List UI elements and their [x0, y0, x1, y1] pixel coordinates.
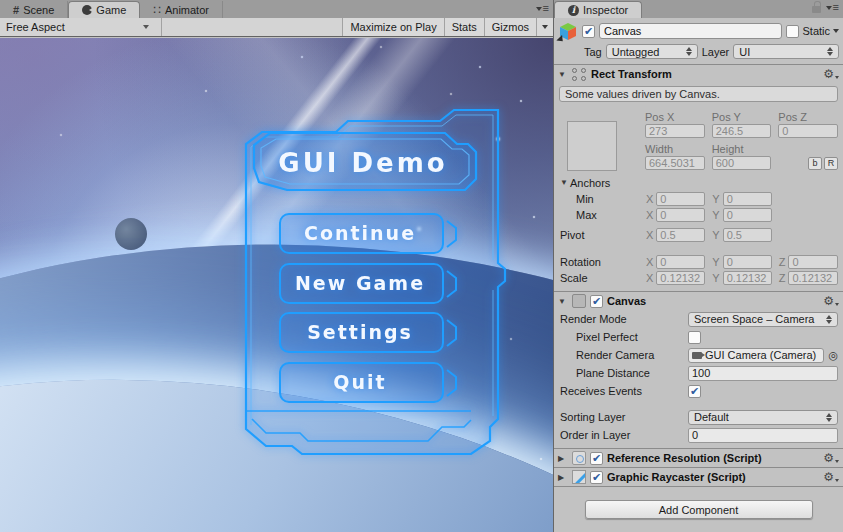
anchors-max-row: Max X0 Y0 — [554, 207, 843, 222]
scale-label: Scale — [560, 272, 646, 284]
rect-transform-icon — [572, 67, 587, 82]
game-toolbar: Free Aspect Maximize on Play Stats Gizmo… — [0, 18, 553, 37]
graphic-raycaster-checkbox[interactable]: ✔ — [590, 471, 603, 484]
anchors-foldout-row[interactable]: ▼ Anchors — [554, 175, 843, 190]
rect-transform-title: Rect Transform — [591, 68, 672, 80]
static-dropdown-icon[interactable] — [833, 29, 839, 33]
graphic-raycaster-title: Graphic Raycaster (Script) — [607, 471, 746, 483]
active-checkbox[interactable]: ✔ — [582, 25, 595, 38]
sorting-layer-dropdown[interactable]: Default — [688, 410, 838, 425]
object-picker-icon[interactable]: ◎ — [828, 349, 838, 362]
anchors-label: Anchors — [570, 177, 610, 189]
blueprint-mode-button[interactable]: b — [808, 157, 822, 170]
reference-resolution-checkbox[interactable]: ✔ — [590, 452, 603, 465]
popup-arrows-icon — [826, 315, 833, 324]
tab-scene[interactable]: # Scene — [0, 1, 68, 18]
layer-dropdown[interactable]: UI — [733, 44, 839, 59]
pos-x-field[interactable]: 273 — [645, 124, 705, 138]
scale-z-field[interactable]: 0.12132 — [788, 271, 838, 285]
gizmos-dropdown-arrow[interactable] — [536, 18, 553, 36]
scale-x-field[interactable]: 0.12132 — [656, 271, 705, 285]
tab-animator-label: Animator — [165, 4, 209, 16]
render-camera-object-field[interactable]: GUI Camera (Camera) — [688, 348, 824, 363]
canvas-component-header[interactable]: ▼ ✔ Canvas ⚙ — [554, 292, 843, 310]
pos-z-field[interactable]: 0 — [778, 124, 838, 138]
menu-button-new-game[interactable]: New Game — [280, 264, 456, 303]
gear-menu[interactable]: ⚙ — [823, 470, 839, 484]
tab-animator[interactable]: ∷ Animator — [140, 1, 223, 18]
height-label: Height — [712, 143, 772, 155]
game-panel-menu-icon[interactable]: ≡ — [536, 4, 549, 13]
menu-button-continue[interactable]: Continue — [280, 214, 456, 253]
pivot-y-field[interactable]: 0.5 — [723, 228, 772, 242]
tab-game[interactable]: Game — [68, 1, 140, 18]
svg-text:Settings: Settings — [307, 321, 413, 343]
rotation-label: Rotation — [560, 256, 646, 268]
foldout-icon: ▼ — [560, 178, 570, 187]
min-y-field[interactable]: 0 — [723, 192, 772, 206]
max-x-field[interactable]: 0 — [656, 208, 705, 222]
maximize-on-play-button[interactable]: Maximize on Play — [342, 18, 443, 36]
sorting-layer-row: Sorting Layer Default — [554, 408, 843, 426]
dropdown-icon — [826, 6, 832, 10]
pos-z-label: Pos Z — [778, 111, 838, 123]
width-field[interactable]: 664.5031 — [645, 156, 705, 170]
tab-inspector[interactable]: i Inspector — [554, 1, 642, 18]
gear-menu[interactable]: ⚙ — [823, 67, 839, 81]
tag-dropdown[interactable]: Untagged — [606, 44, 698, 59]
pos-y-field[interactable]: 246.5 — [712, 124, 772, 138]
gear-arrow-icon — [835, 303, 839, 306]
canvas-enabled-checkbox[interactable]: ✔ — [590, 295, 603, 308]
pixel-perfect-label: Pixel Perfect — [560, 331, 688, 343]
svg-text:Quit: Quit — [333, 371, 386, 393]
rotation-z-field[interactable]: 0 — [788, 255, 838, 269]
stats-button[interactable]: Stats — [444, 18, 484, 36]
rotation-y-field[interactable]: 0 — [723, 255, 772, 269]
chevron-down-icon — [143, 25, 149, 29]
tab-inspector-label: Inspector — [583, 4, 628, 16]
anchor-preview-box[interactable] — [567, 121, 617, 171]
render-camera-row: Render Camera GUI Camera (Camera) ◎ — [554, 346, 843, 364]
order-in-layer-field[interactable]: 0 — [688, 428, 838, 443]
stats-label: Stats — [452, 21, 477, 33]
gear-menu[interactable]: ⚙ — [823, 294, 839, 308]
reference-resolution-header[interactable]: ▶ ✔ Reference Resolution (Script) ⚙ — [554, 449, 843, 467]
static-checkbox[interactable]: ✔ — [786, 25, 799, 38]
tag-label: Tag — [584, 46, 602, 58]
sorting-layer-label: Sorting Layer — [560, 411, 688, 423]
min-x-field[interactable]: 0 — [656, 192, 705, 206]
gameobject-header: ✔ ✔ Static Tag Untagged Layer UI — [554, 18, 843, 64]
height-field[interactable]: 600 — [712, 156, 772, 170]
gear-menu[interactable]: ⚙ — [823, 451, 839, 465]
aspect-dropdown[interactable]: Free Aspect — [0, 18, 162, 36]
pixel-perfect-checkbox[interactable]: ✔ — [688, 331, 701, 344]
lock-icon[interactable] — [812, 6, 821, 13]
foldout-icon[interactable]: ▶ — [558, 454, 568, 463]
gameobject-cube-icon[interactable] — [558, 21, 578, 41]
add-component-button[interactable]: Add Component — [585, 500, 813, 519]
width-label: Width — [645, 143, 705, 155]
graphic-raycaster-icon — [572, 470, 586, 484]
render-mode-dropdown[interactable]: Screen Space – Camera — [688, 312, 838, 327]
reference-resolution-title: Reference Resolution (Script) — [607, 452, 762, 464]
name-field[interactable] — [599, 23, 782, 39]
raw-edit-mode-button[interactable]: R — [824, 157, 838, 170]
gizmos-button[interactable]: Gizmos — [484, 18, 536, 36]
receives-events-checkbox[interactable]: ✔ — [688, 385, 701, 398]
plane-distance-field[interactable]: 100 — [688, 366, 838, 381]
rect-transform-header[interactable]: ▼ Rect Transform ⚙ — [554, 65, 843, 83]
menu-button-quit[interactable]: Quit — [280, 363, 456, 402]
scale-y-field[interactable]: 0.12132 — [723, 271, 772, 285]
pivot-x-field[interactable]: 0.5 — [656, 228, 705, 242]
foldout-icon[interactable]: ▶ — [558, 473, 568, 482]
foldout-icon[interactable]: ▼ — [558, 297, 568, 306]
max-y-field[interactable]: 0 — [723, 208, 772, 222]
order-in-layer-row: Order in Layer 0 — [554, 426, 843, 444]
menu-button-settings[interactable]: Settings — [280, 313, 456, 352]
graphic-raycaster-header[interactable]: ▶ ✔ Graphic Raycaster (Script) ⚙ — [554, 468, 843, 486]
rotation-x-field[interactable]: 0 — [656, 255, 705, 269]
toolbar-spacer — [162, 18, 342, 36]
game-panel: # Scene Game ∷ Animator ≡ Free Aspect Ma… — [0, 0, 553, 532]
inspector-panel-menu-icon[interactable]: ≡ — [826, 3, 839, 12]
foldout-icon[interactable]: ▼ — [558, 70, 568, 79]
